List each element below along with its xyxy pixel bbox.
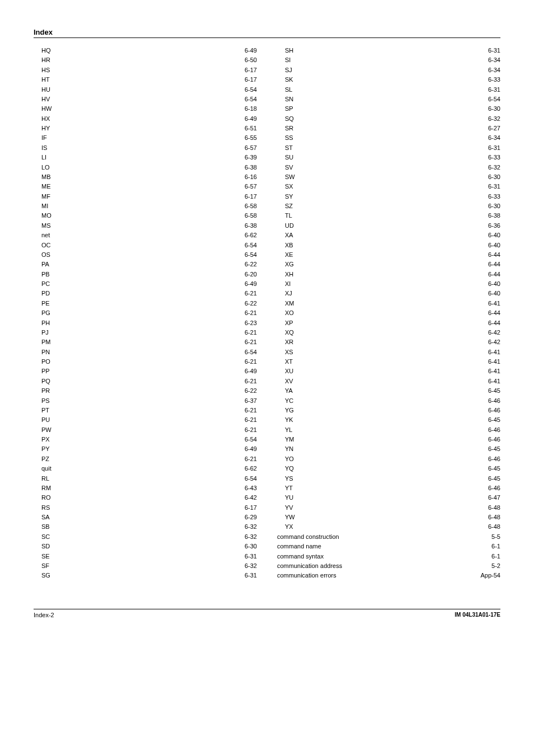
index-term: SY [285,192,293,201]
index-term: SL [285,85,292,95]
index-entry: YU6-47 [277,493,500,503]
index-page: 6-29 [243,513,257,522]
index-page: 6-21 [243,328,257,337]
index-term: MB [41,172,51,182]
index-page: 6-48 [487,503,500,513]
index-page: 6-45 [487,464,500,473]
index-entry: SQ6-32 [277,114,500,124]
index-page: 6-62 [243,231,257,240]
index-page: 6-45 [487,474,500,483]
index-term: XO [285,308,294,318]
index-term: XS [285,348,293,357]
index-entry: IS6-57 [34,143,257,153]
index-term: PJ [41,328,49,337]
index-entry: PH6-23 [34,318,257,328]
index-entry: MO6-58 [34,211,257,220]
index-term: SI [285,55,291,65]
index-page: 6-18 [243,104,257,114]
index-entry: SV6-32 [277,163,500,172]
index-entry: SJ6-34 [277,65,500,75]
index-term: SU [285,153,293,162]
index-page: 6-38 [243,163,257,172]
index-term: SE [41,552,50,561]
index-entry: SD6-30 [34,542,257,551]
footer-page-number: Index-2 [34,612,54,618]
index-term: SC [41,532,50,542]
page: Index HQ6-49HR6-50HS6-17HT6-17HU6-54HV6-… [0,0,534,641]
index-page: 6-54 [243,85,257,95]
index-entry: PB6-20 [34,270,257,279]
index-page: 5-2 [490,561,500,571]
index-term: ST [285,143,293,153]
index-page: 6-46 [487,483,500,493]
index-page: 6-54 [243,95,257,104]
index-entry: YM6-46 [277,435,500,444]
index-page: 6-49 [243,279,257,289]
index-entry: HV6-54 [34,95,257,104]
index-page: 6-23 [243,318,257,328]
index-term: SN [285,95,293,104]
index-page: 6-45 [487,415,500,425]
index-entry: HS6-17 [34,65,257,75]
index-page: 6-58 [243,201,257,211]
index-entry: SL6-31 [277,85,500,95]
index-term: SV [285,163,293,172]
index-entry: PE6-22 [34,299,257,308]
index-page: 6-32 [243,522,257,532]
index-page: 6-33 [487,75,500,84]
page-title: Index [34,28,53,36]
index-entry: HU6-54 [34,85,257,95]
index-entry: ME6-57 [34,182,257,191]
index-term: SB [41,522,50,532]
index-term: PH [41,318,50,328]
index-term: YX [285,522,293,532]
index-entry: RL6-54 [34,474,257,483]
index-page: 6-21 [243,415,257,425]
index-term: PN [41,348,50,357]
index-page: 6-45 [487,386,500,396]
index-entry: SN6-54 [277,95,500,104]
index-term: LO [41,163,50,172]
index-term: HX [41,114,50,124]
index-term: YK [285,415,293,425]
index-page: App-54 [480,571,500,580]
index-term: HT [41,75,50,84]
index-entry: command name6-1 [277,542,500,551]
index-entry: PU6-21 [34,415,257,425]
index-term: YN [285,444,293,454]
index-page: 6-21 [243,308,257,318]
index-entry: OC6-54 [34,241,257,250]
index-term: YC [285,396,293,406]
index-page: 6-49 [243,46,257,55]
index-term: SG [41,571,50,580]
index-entry: ST6-31 [277,143,500,153]
index-term: SK [285,75,293,84]
index-term: net [41,231,50,240]
index-entry: XQ6-42 [277,328,500,337]
index-entry: XG6-44 [277,260,500,269]
index-page: 6-43 [243,483,257,493]
index-entry: RM6-43 [34,483,257,493]
index-page: 6-16 [243,172,257,182]
index-entry: PA6-22 [34,260,257,269]
index-term: XI [285,279,291,289]
index-entry: XT6-41 [277,357,500,367]
index-term: SH [285,46,293,55]
index-page: 6-37 [243,396,257,406]
index-term: quit [41,464,51,473]
index-term: RL [41,474,49,483]
index-term: PY [41,444,50,454]
index-page: 6-38 [487,211,500,220]
index-page: 6-31 [487,85,500,95]
index-page: 6-41 [487,377,500,386]
index-term: MS [41,221,51,231]
index-entry: YX6-48 [277,522,500,532]
index-page: 5-5 [490,532,500,542]
index-page: 6-21 [243,337,257,347]
index-term: PO [41,357,50,367]
index-entry: SY6-33 [277,192,500,201]
index-page: 6-22 [243,386,257,396]
index-term: SQ [285,114,294,124]
index-entry: command syntax6-1 [277,552,500,561]
index-page: 6-21 [243,406,257,415]
